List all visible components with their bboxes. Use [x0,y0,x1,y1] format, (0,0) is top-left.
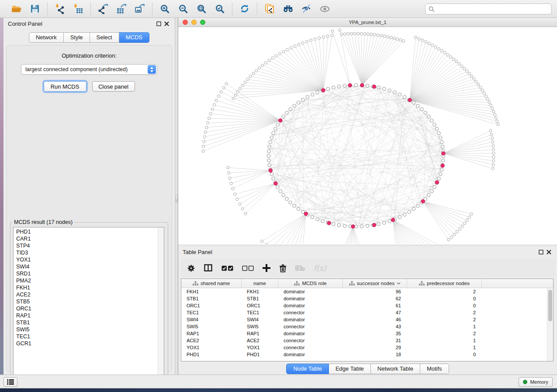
graph-leaf-node[interactable] [215,99,218,102]
graph-leaf-node[interactable] [492,152,495,155]
hide-details-icon[interactable] [300,3,312,15]
graph-node[interactable] [427,193,430,197]
tab-network-table[interactable]: Network Table [371,364,420,374]
table-row[interactable]: PHD1PHD1dominator180 [181,351,547,358]
graph-node[interactable] [306,96,309,99]
graph-node[interactable] [332,223,335,226]
graph-dominator-node[interactable] [391,218,394,222]
graph-leaf-node[interactable] [456,230,458,233]
splitter-handle[interactable] [176,195,178,202]
unselect-all-columns-icon[interactable] [242,265,254,271]
graph-leaf-node[interactable] [425,41,427,43]
zoom-out-icon[interactable] [177,3,189,15]
graph-leaf-node[interactable] [347,32,349,35]
graph-node[interactable] [289,107,292,111]
graph-node[interactable] [360,225,363,228]
graph-node[interactable] [393,91,397,94]
import-network-icon[interactable] [54,3,66,15]
graph-node[interactable] [420,107,424,111]
graph-leaf-node[interactable] [402,40,405,42]
mcds-result-item[interactable]: CAR1 [16,235,158,242]
graph-node[interactable] [439,136,442,139]
graph-leaf-node[interactable] [211,108,214,110]
graph-leaf-node[interactable] [363,32,366,35]
graph-node[interactable] [301,98,304,102]
tab-motifs[interactable]: Motifs [420,364,449,374]
graph-node[interactable] [430,189,433,193]
graph-leaf-node[interactable] [265,244,267,244]
graph-dominator-node[interactable] [269,168,272,172]
graph-leaf-node[interactable] [271,57,274,59]
graph-node[interactable] [267,150,271,153]
graph-leaf-node[interactable] [322,36,325,38]
graph-node[interactable] [433,123,436,127]
graph-leaf-node[interactable] [367,33,369,35]
graph-dominator-node[interactable] [348,83,352,87]
graph-leaf-node[interactable] [437,48,440,50]
table-row[interactable]: RAP1RAP1dominator352 [181,330,547,337]
graph-leaf-node[interactable] [490,133,493,136]
graph-leaf-node[interactable] [202,150,204,152]
graph-leaf-node[interactable] [213,103,215,106]
graph-node[interactable] [398,215,401,219]
graph-node[interactable] [388,220,391,223]
graph-leaf-node[interactable] [239,87,241,90]
graph-leaf-node[interactable] [492,156,495,158]
graph-node[interactable] [316,91,319,94]
share-document-icon[interactable] [263,3,276,15]
mcds-result-item[interactable]: FKH1 [16,284,158,291]
mcds-result-item[interactable]: STB1 [16,319,158,326]
graph-node[interactable] [440,141,443,144]
graph-node[interactable] [297,101,300,104]
graph-dominator-node[interactable] [360,83,364,87]
mcds-result-item[interactable]: SWI4 [16,263,158,270]
graph-node[interactable] [267,159,271,162]
graph-leaf-node[interactable] [418,38,420,40]
graph-node[interactable] [416,204,420,208]
select-all-columns-icon[interactable] [221,265,233,271]
graph-leaf-node[interactable] [305,40,308,43]
mcds-result-item[interactable]: PMA2 [16,277,158,284]
delete-column-icon[interactable] [279,264,287,272]
graph-leaf-node[interactable] [205,126,208,129]
tab-edge-table[interactable]: Edge Table [329,364,371,374]
graph-leaf-node[interactable] [481,89,484,92]
graph-leaf-node[interactable] [227,166,229,169]
add-column-icon[interactable] [263,264,270,272]
zoom-selected-icon[interactable] [214,3,226,15]
graph-node[interactable] [382,221,386,225]
graph-leaf-node[interactable] [350,32,353,35]
graph-leaf-node[interactable] [230,182,232,185]
graph-leaf-node[interactable] [466,219,468,221]
table-row[interactable]: TEC1TEC1connector472 [181,309,547,316]
graph-leaf-node[interactable] [393,37,395,40]
graph-leaf-node[interactable] [225,83,228,85]
tab-style[interactable]: Style [64,32,90,43]
graph-leaf-node[interactable] [495,117,497,119]
column-header-shared-name[interactable]: shared name [181,279,242,288]
graph-dominator-node[interactable] [322,89,325,92]
graph-leaf-node[interactable] [203,135,206,138]
float-window-icon[interactable] [537,248,545,256]
graph-dominator-node[interactable] [327,221,331,225]
graph-node[interactable] [332,86,335,89]
graph-leaf-node[interactable] [468,72,471,75]
mcds-result-item[interactable]: SRD1 [16,270,158,277]
graph-node[interactable] [337,224,341,227]
graph-leaf-node[interactable] [383,35,386,38]
graph-leaf-node[interactable] [492,163,495,166]
network-canvas[interactable] [178,27,557,244]
graph-node[interactable] [270,136,273,139]
graph-node[interactable] [270,172,273,176]
table-row[interactable]: ACE2ACE2connector311 [181,337,547,344]
graph-leaf-node[interactable] [318,37,321,39]
show-details-icon[interactable] [318,3,331,15]
graph-node[interactable] [441,145,444,148]
graph-node[interactable] [398,93,401,96]
graph-leaf-node[interactable] [492,159,495,162]
graph-leaf-node[interactable] [421,39,424,41]
column-header-name[interactable]: name [242,279,278,288]
graph-dominator-node[interactable] [304,212,308,216]
graph-leaf-node[interactable] [390,36,392,39]
tab-mcds[interactable]: MCDS [119,32,149,43]
